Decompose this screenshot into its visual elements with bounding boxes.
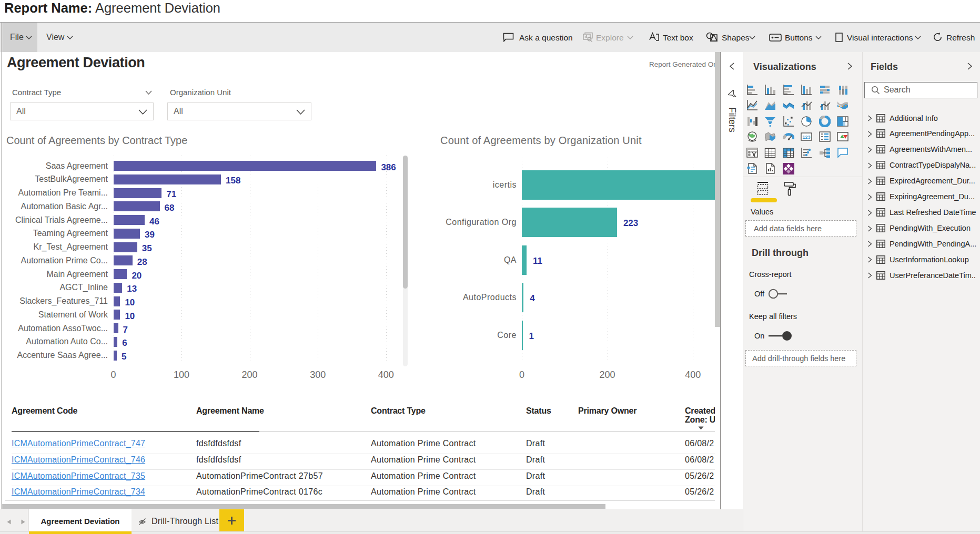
svg-text:123: 123 <box>802 135 810 140</box>
